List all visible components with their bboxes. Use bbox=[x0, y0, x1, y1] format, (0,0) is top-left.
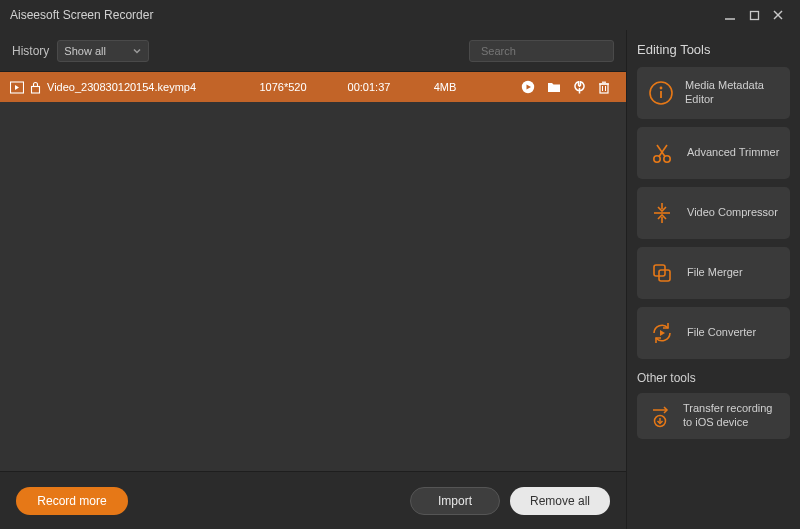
search-box[interactable] bbox=[469, 40, 614, 62]
file-resolution: 1076*520 bbox=[243, 81, 323, 93]
svg-point-17 bbox=[660, 87, 663, 90]
folder-button[interactable] bbox=[547, 81, 561, 93]
recording-list: Video_230830120154.keymp4 1076*520 00:01… bbox=[0, 72, 626, 471]
wrench-button[interactable] bbox=[573, 81, 586, 94]
record-more-button[interactable]: Record more bbox=[16, 487, 128, 515]
trash-button[interactable] bbox=[598, 81, 610, 94]
tools-panel: Editing Tools Media Metadata Editor Adva… bbox=[627, 30, 800, 529]
history-toolbar: History Show all bbox=[0, 30, 626, 72]
tool-label: Media Metadata Editor bbox=[685, 79, 780, 107]
history-filter-dropdown[interactable]: Show all bbox=[57, 40, 149, 62]
convert-icon bbox=[647, 318, 677, 348]
file-size: 4MB bbox=[415, 81, 475, 93]
tool-transfer-ios[interactable]: Transfer recording to iOS device bbox=[637, 393, 790, 439]
play-button[interactable] bbox=[521, 80, 535, 94]
svg-rect-1 bbox=[750, 11, 758, 19]
history-label: History bbox=[12, 44, 49, 58]
merge-icon bbox=[647, 258, 677, 288]
tool-label: Video Compressor bbox=[687, 206, 778, 220]
svg-marker-28 bbox=[660, 330, 665, 336]
recording-row[interactable]: Video_230830120154.keymp4 1076*520 00:01… bbox=[0, 72, 626, 102]
tool-video-compressor[interactable]: Video Compressor bbox=[637, 187, 790, 239]
scissors-icon bbox=[647, 138, 677, 168]
file-duration: 00:01:37 bbox=[329, 81, 409, 93]
svg-rect-8 bbox=[32, 86, 40, 93]
compress-icon bbox=[647, 198, 677, 228]
close-button[interactable] bbox=[766, 3, 790, 27]
svg-marker-7 bbox=[15, 85, 19, 90]
tool-label: File Converter bbox=[687, 326, 756, 340]
info-icon bbox=[647, 78, 675, 108]
video-icon bbox=[10, 81, 24, 94]
tool-media-metadata[interactable]: Media Metadata Editor bbox=[637, 67, 790, 119]
tool-label: Transfer recording to iOS device bbox=[683, 402, 780, 430]
file-name: Video_230830120154.keymp4 bbox=[47, 81, 237, 93]
lock-icon bbox=[30, 81, 41, 94]
main-panel: History Show all Video_230830120154.keym… bbox=[0, 30, 627, 529]
import-button[interactable]: Import bbox=[410, 487, 500, 515]
remove-all-button[interactable]: Remove all bbox=[510, 487, 610, 515]
transfer-icon bbox=[647, 401, 673, 431]
search-input[interactable] bbox=[481, 45, 619, 57]
bottom-bar: Record more Import Remove all bbox=[0, 471, 626, 529]
tool-label: File Merger bbox=[687, 266, 743, 280]
dropdown-value: Show all bbox=[64, 45, 106, 57]
tool-label: Advanced Trimmer bbox=[687, 146, 779, 160]
svg-rect-11 bbox=[600, 84, 608, 93]
minimize-button[interactable] bbox=[718, 3, 742, 27]
svg-point-20 bbox=[664, 156, 670, 162]
app-title: Aiseesoft Screen Recorder bbox=[10, 8, 153, 22]
maximize-button[interactable] bbox=[742, 3, 766, 27]
tool-advanced-trimmer[interactable]: Advanced Trimmer bbox=[637, 127, 790, 179]
editing-tools-title: Editing Tools bbox=[637, 42, 790, 57]
row-actions bbox=[481, 80, 616, 94]
other-tools-title: Other tools bbox=[637, 371, 790, 385]
chevron-down-icon bbox=[132, 46, 142, 56]
tool-file-converter[interactable]: File Converter bbox=[637, 307, 790, 359]
title-bar: Aiseesoft Screen Recorder bbox=[0, 0, 800, 30]
tool-file-merger[interactable]: File Merger bbox=[637, 247, 790, 299]
svg-point-19 bbox=[654, 156, 660, 162]
